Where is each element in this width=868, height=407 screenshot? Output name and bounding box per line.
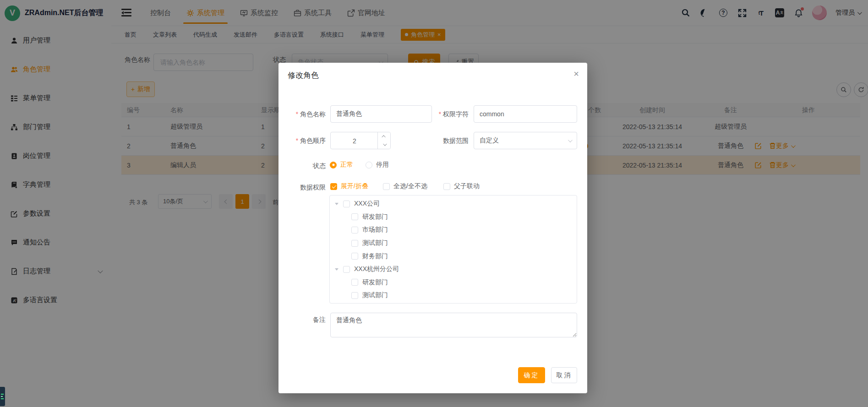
input-value: common bbox=[480, 110, 504, 118]
select-value: 自定义 bbox=[480, 136, 499, 145]
cancel-button[interactable]: 取消 bbox=[551, 367, 577, 383]
checkbox-unchecked-icon[interactable] bbox=[351, 292, 358, 299]
checkbox-unchecked-icon[interactable] bbox=[351, 227, 358, 233]
radio-unchecked-icon bbox=[366, 162, 372, 168]
radio-status-normal[interactable]: 正常 bbox=[330, 161, 353, 169]
role-name-label: 角色名称 bbox=[296, 110, 326, 119]
dialog-title: 修改角色 bbox=[288, 70, 319, 81]
tree-node-label: XXX公司 bbox=[354, 200, 380, 208]
checkbox-expand-collapse[interactable]: 展开/折叠 bbox=[330, 182, 368, 190]
role-key-input[interactable]: common bbox=[474, 105, 577, 123]
chevron-down-icon bbox=[568, 138, 573, 142]
checkbox-unchecked-icon[interactable] bbox=[351, 279, 358, 286]
tree-node-label: 财务部门 bbox=[362, 252, 388, 260]
tree-node-branch-company[interactable]: XXX杭州分公司 bbox=[330, 263, 577, 276]
radio-status-disabled[interactable]: 停用 bbox=[366, 161, 389, 169]
data-permission-label: 数据权限 bbox=[300, 184, 326, 192]
checkbox-label: 全选/全不选 bbox=[393, 182, 427, 190]
checkbox-select-all[interactable]: 全选/全不选 bbox=[383, 182, 427, 190]
tree-node-dept[interactable]: 市场部门 bbox=[330, 223, 577, 237]
tree-node-label: 测试部门 bbox=[362, 239, 388, 247]
radio-checked-icon bbox=[330, 162, 337, 168]
tree-node-label: 测试部门 bbox=[362, 291, 388, 299]
remark-textarea[interactable]: 普通角色 bbox=[330, 313, 577, 337]
data-scope-select[interactable]: 自定义 bbox=[474, 132, 577, 149]
role-order-stepper: 2 bbox=[330, 132, 391, 149]
tree-node-dept[interactable]: 研发部门 bbox=[330, 276, 577, 289]
tree-node-dept[interactable]: 研发部门 bbox=[330, 211, 577, 224]
checkbox-unchecked-icon bbox=[383, 183, 390, 190]
tree-node-dept[interactable]: 财务部门 bbox=[330, 250, 577, 263]
tree-node-label: 市场部门 bbox=[362, 226, 388, 234]
checkbox-unchecked-icon[interactable] bbox=[351, 213, 358, 220]
stepper-decrease-icon[interactable] bbox=[377, 140, 390, 149]
remark-label: 备注 bbox=[313, 316, 326, 324]
radio-label: 正常 bbox=[340, 161, 353, 169]
edit-role-dialog: 修改角色 × 角色名称 普通角色 权限字符 common 角色顺序 2 数据范围… bbox=[278, 63, 587, 393]
caret-down-icon[interactable] bbox=[335, 203, 338, 205]
role-key-label: 权限字符 bbox=[439, 110, 469, 119]
data-scope-label: 数据范围 bbox=[443, 137, 469, 145]
checkbox-checked-icon bbox=[330, 183, 337, 190]
checkbox-unchecked-icon[interactable] bbox=[343, 266, 350, 273]
close-icon[interactable]: × bbox=[573, 69, 579, 78]
tree-node-label: XXX杭州分公司 bbox=[354, 265, 399, 273]
tree-node-label: 研发部门 bbox=[362, 278, 388, 287]
stats-widget[interactable] bbox=[0, 387, 5, 406]
status-label: 状态 bbox=[313, 162, 326, 170]
tree-node-dept[interactable]: 测试部门 bbox=[330, 237, 577, 250]
checkbox-unchecked-icon bbox=[443, 183, 450, 190]
tree-node-company[interactable]: XXX公司 bbox=[330, 197, 577, 211]
radio-label: 停用 bbox=[376, 161, 389, 169]
checkbox-unchecked-icon[interactable] bbox=[351, 240, 358, 247]
role-order-label: 角色顺序 bbox=[296, 137, 326, 145]
tree-node-label: 研发部门 bbox=[362, 213, 388, 221]
department-tree: XXX公司 研发部门 市场部门 测试部门 财务部门 XXX杭州分公司 bbox=[329, 195, 577, 304]
confirm-button[interactable]: 确定 bbox=[518, 367, 545, 383]
stepper-value[interactable]: 2 bbox=[331, 132, 378, 150]
checkbox-unchecked-icon[interactable] bbox=[343, 201, 350, 207]
checkbox-parent-child-link[interactable]: 父子联动 bbox=[443, 182, 480, 190]
input-value: 普通角色 bbox=[336, 110, 362, 118]
checkbox-unchecked-icon[interactable] bbox=[351, 253, 358, 260]
caret-down-icon[interactable] bbox=[335, 268, 338, 271]
tree-node-dept[interactable]: 测试部门 bbox=[330, 289, 577, 302]
checkbox-label: 父子联动 bbox=[454, 182, 480, 190]
checkbox-label: 展开/折叠 bbox=[341, 182, 368, 190]
role-name-input[interactable]: 普通角色 bbox=[330, 105, 432, 123]
app-window: V ZRAdmin.NET后台管理 用户管理 角色管理 菜单管理 bbox=[0, 0, 868, 407]
